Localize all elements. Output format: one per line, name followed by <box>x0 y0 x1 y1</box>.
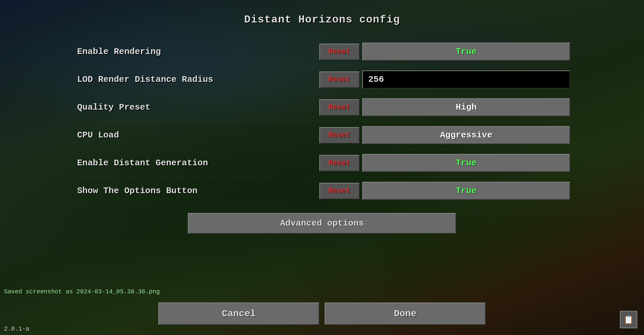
value-quality-preset[interactable]: High <box>362 98 570 116</box>
screenshot-text: Saved screenshot as <box>4 288 76 295</box>
bottom-buttons: Cancel Done <box>0 297 644 335</box>
controls-quality-preset: ResetHigh <box>319 98 570 116</box>
bottom-bar: Saved screenshot as 2024-03-14_05.38.36.… <box>0 286 644 335</box>
config-rows: Enable RenderingResetTrueLOD Render Dist… <box>74 38 570 205</box>
config-row-cpu-load: CPU LoadResetAggressive <box>74 121 570 149</box>
controls-enable-rendering: ResetTrue <box>319 43 570 61</box>
label-enable-distant-generation: Enable Distant Generation <box>74 158 319 168</box>
screenshot-filename: 2024-03-14_05.38.36.png <box>76 288 160 295</box>
reset-enable-distant-generation[interactable]: Reset <box>319 155 360 171</box>
label-lod-render-distance: LOD Render Distance Radius <box>74 74 319 85</box>
screenshot-notice: Saved screenshot as 2024-03-14_05.38.36.… <box>0 286 644 297</box>
input-lod-render-distance[interactable] <box>362 70 570 89</box>
cancel-button[interactable]: Cancel <box>158 302 319 325</box>
reset-quality-preset[interactable]: Reset <box>319 99 360 116</box>
config-row-lod-render-distance: LOD Render Distance RadiusReset <box>74 66 570 94</box>
config-row-quality-preset: Quality PresetResetHigh <box>74 94 570 121</box>
reset-cpu-load[interactable]: Reset <box>319 127 360 144</box>
controls-enable-distant-generation: ResetTrue <box>319 154 570 172</box>
reset-show-options-button[interactable]: Reset <box>319 183 360 199</box>
corner-icon-button[interactable]: 📋 <box>620 311 637 328</box>
value-enable-distant-generation[interactable]: True <box>362 154 570 172</box>
label-enable-rendering: Enable Rendering <box>74 47 319 57</box>
label-show-options-button: Show The Options Button <box>74 186 319 196</box>
config-panel: Enable RenderingResetTrueLOD Render Dist… <box>0 38 644 234</box>
config-row-show-options-button: Show The Options ButtonResetTrue <box>74 177 570 205</box>
label-cpu-load: CPU Load <box>74 130 319 140</box>
page-title: Distant Horizons config <box>244 13 400 26</box>
value-cpu-load[interactable]: Aggressive <box>362 126 570 144</box>
label-quality-preset: Quality Preset <box>74 102 319 112</box>
value-enable-rendering[interactable]: True <box>362 43 570 61</box>
controls-lod-render-distance: Reset <box>319 70 570 89</box>
reset-enable-rendering[interactable]: Reset <box>319 44 360 60</box>
reset-lod-render-distance[interactable]: Reset <box>319 71 360 88</box>
controls-cpu-load: ResetAggressive <box>319 126 570 144</box>
config-row-enable-rendering: Enable RenderingResetTrue <box>74 38 570 66</box>
advanced-options-button[interactable]: Advanced options <box>188 213 456 234</box>
controls-show-options-button: ResetTrue <box>319 182 570 200</box>
version-label: 2.0.1-a <box>4 326 30 332</box>
value-show-options-button[interactable]: True <box>362 182 570 200</box>
done-button[interactable]: Done <box>325 302 486 325</box>
config-row-enable-distant-generation: Enable Distant GenerationResetTrue <box>74 149 570 177</box>
config-overlay: Distant Horizons config Enable Rendering… <box>0 0 644 335</box>
